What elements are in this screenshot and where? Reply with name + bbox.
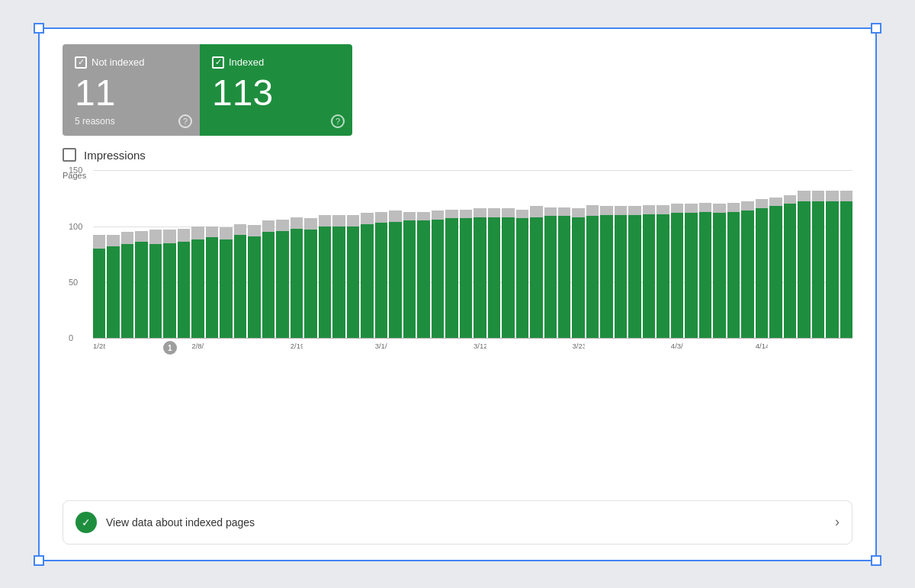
bar-group[interactable] xyxy=(248,225,260,338)
bar-group[interactable] xyxy=(488,208,500,338)
bar-group[interactable] xyxy=(572,208,584,338)
bar-group[interactable]: 1 xyxy=(163,230,175,338)
bar-group[interactable] xyxy=(628,206,640,338)
bar-group[interactable] xyxy=(178,229,190,339)
bar-indexed xyxy=(488,217,500,338)
bar-indexed xyxy=(600,215,612,338)
bar-not-indexed xyxy=(262,220,274,232)
impressions-checkbox[interactable] xyxy=(63,148,76,162)
bar-indexed xyxy=(107,246,119,338)
bar-not-indexed xyxy=(276,220,288,231)
bar-indexed xyxy=(332,227,345,339)
bar-group[interactable] xyxy=(474,208,486,338)
bar-group[interactable] xyxy=(445,210,458,339)
bar-group[interactable] xyxy=(516,210,528,339)
bar-group[interactable] xyxy=(347,215,359,338)
x-axis-label: 4/3/24 xyxy=(671,342,683,350)
bar-group[interactable] xyxy=(615,206,627,338)
not-indexed-label: Not indexed xyxy=(92,56,144,68)
bar-stack xyxy=(530,206,542,338)
bar-group[interactable] xyxy=(699,203,711,338)
bar-group[interactable] xyxy=(432,210,444,338)
impressions-toggle[interactable]: Impressions xyxy=(63,148,852,162)
bar-group[interactable] xyxy=(741,201,753,338)
bar-group[interactable] xyxy=(93,235,105,338)
bar-group[interactable] xyxy=(657,205,669,339)
bar-group[interactable] xyxy=(361,213,373,338)
bar-not-indexed xyxy=(600,206,612,215)
bar-group[interactable] xyxy=(544,207,557,339)
bar-not-indexed xyxy=(784,195,796,204)
bar-group[interactable] xyxy=(220,227,232,338)
bar-indexed xyxy=(163,243,175,339)
bar-stack xyxy=(727,203,740,338)
x-axis: 1/28/242/8/242/19/243/1/243/12/243/23/24… xyxy=(93,342,852,350)
bar-indexed xyxy=(769,206,782,338)
bar-indexed xyxy=(741,210,753,338)
bar-group[interactable] xyxy=(149,230,162,338)
bar-group[interactable] xyxy=(135,231,147,339)
bar-group[interactable] xyxy=(460,210,472,339)
bar-group[interactable] xyxy=(319,215,331,338)
not-indexed-help-icon[interactable]: ? xyxy=(178,114,192,128)
bar-group[interactable] xyxy=(784,195,796,339)
bar-group[interactable] xyxy=(586,205,599,339)
bar-group[interactable] xyxy=(276,220,288,338)
bar-group[interactable] xyxy=(530,206,542,338)
bar-stack xyxy=(643,205,655,339)
bar-not-indexed xyxy=(615,206,627,215)
bar-group[interactable] xyxy=(304,218,316,338)
bar-group[interactable] xyxy=(403,212,416,339)
bar-group[interactable] xyxy=(389,210,401,338)
bar-group[interactable] xyxy=(502,208,514,338)
bar-stack xyxy=(291,217,303,338)
bar-group[interactable] xyxy=(558,207,570,339)
bar-indexed xyxy=(840,201,852,338)
bar-group[interactable] xyxy=(756,199,768,338)
bar-indexed xyxy=(615,215,627,338)
bar-stack xyxy=(826,191,838,339)
view-data-link[interactable]: ✓ View data about indexed pages › xyxy=(63,500,852,545)
bar-group[interactable] xyxy=(769,198,782,339)
bar-stack xyxy=(558,207,570,339)
main-card: Not indexed 11 5 reasons ? Indexed 113 ?… xyxy=(38,27,877,561)
bar-not-indexed xyxy=(544,207,557,217)
bar-group[interactable] xyxy=(713,204,725,338)
bar-not-indexed xyxy=(741,201,753,210)
bar-group[interactable] xyxy=(191,227,204,339)
bar-stack xyxy=(769,198,782,339)
bar-group[interactable] xyxy=(332,215,345,338)
bar-stack xyxy=(572,208,584,338)
indexed-help-icon[interactable]: ? xyxy=(331,114,345,128)
not-indexed-checkbox[interactable] xyxy=(75,56,87,69)
bar-group[interactable] xyxy=(671,204,683,338)
bar-stack xyxy=(516,210,528,339)
bar-group[interactable] xyxy=(685,204,697,338)
bar-not-indexed xyxy=(206,227,218,238)
bar-not-indexed xyxy=(727,203,740,212)
bar-indexed xyxy=(628,215,640,338)
indexed-checkbox[interactable] xyxy=(212,56,224,69)
bar-group[interactable] xyxy=(600,206,612,338)
chart-container: Pages 150100500 1 1/28/242/8/242/19/243/… xyxy=(93,171,852,477)
bar-group[interactable] xyxy=(812,191,824,339)
bar-group[interactable] xyxy=(234,224,246,339)
bar-indexed xyxy=(206,237,218,338)
bar-group[interactable] xyxy=(643,205,655,339)
bar-group[interactable] xyxy=(840,191,852,339)
bar-group[interactable] xyxy=(121,232,133,338)
bar-group[interactable] xyxy=(798,191,810,339)
bar-group[interactable] xyxy=(262,220,274,338)
bar-not-indexed xyxy=(516,210,528,219)
bar-group[interactable] xyxy=(206,227,218,339)
bar-group[interactable] xyxy=(375,212,387,339)
bar-stack xyxy=(840,191,852,339)
bar-stack xyxy=(234,224,246,339)
bar-stack xyxy=(474,208,486,338)
bar-group[interactable] xyxy=(291,217,303,338)
bar-group[interactable] xyxy=(826,191,838,339)
bar-stack xyxy=(657,205,669,339)
bar-group[interactable] xyxy=(727,203,740,338)
bar-group[interactable] xyxy=(417,212,429,339)
bar-group[interactable] xyxy=(107,235,119,338)
